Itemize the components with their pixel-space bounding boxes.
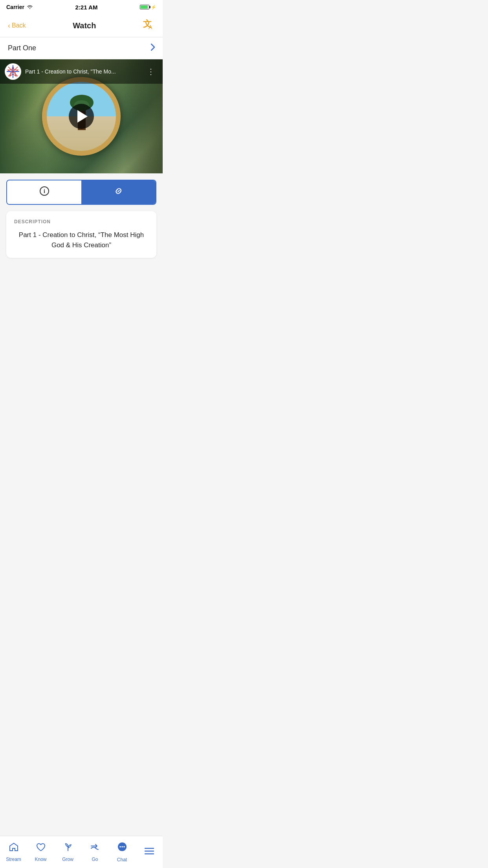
svg-text:A: A bbox=[149, 24, 152, 30]
video-menu-button[interactable]: ⋮ bbox=[144, 65, 158, 78]
page-title: Watch bbox=[73, 21, 96, 30]
video-container[interactable]: Part 1 - Creation to Christ, "The Mo... … bbox=[0, 59, 163, 173]
chevron-right-icon bbox=[151, 44, 155, 53]
battery-icon bbox=[140, 5, 149, 9]
status-bar: Carrier 2:21 AM ⚡ bbox=[0, 0, 163, 14]
time-display: 2:21 AM bbox=[75, 4, 97, 11]
link-tab-button[interactable] bbox=[81, 180, 156, 204]
carrier-text: Carrier bbox=[6, 4, 24, 10]
link-icon bbox=[114, 186, 124, 199]
part-title: Part One bbox=[8, 44, 36, 52]
description-card: DESCRIPTION Part 1 - Creation to Christ,… bbox=[6, 211, 156, 258]
video-title-display: Part 1 - Creation to Christ, "The Mo... bbox=[25, 68, 144, 75]
nav-header: ‹ Back Watch 文 A bbox=[0, 14, 163, 37]
back-button[interactable]: ‹ Back bbox=[8, 22, 26, 30]
play-icon bbox=[77, 110, 88, 123]
charging-icon: ⚡ bbox=[151, 5, 156, 10]
description-label: DESCRIPTION bbox=[14, 219, 149, 224]
back-label: Back bbox=[12, 22, 26, 29]
info-tab-button[interactable]: i bbox=[7, 180, 81, 204]
svg-text:i: i bbox=[44, 188, 45, 194]
translate-button[interactable]: 文 A bbox=[143, 19, 155, 32]
wifi-icon bbox=[27, 4, 33, 10]
tab-toggle: i bbox=[6, 180, 156, 205]
back-arrow-icon: ‹ bbox=[8, 22, 10, 30]
info-icon: i bbox=[39, 186, 50, 199]
description-text: Part 1 - Creation to Christ, “The Most H… bbox=[14, 230, 149, 250]
channel-logo bbox=[5, 63, 21, 80]
play-button[interactable] bbox=[69, 104, 94, 129]
translate-icon: 文 A bbox=[143, 21, 155, 32]
video-top-bar: Part 1 - Creation to Christ, "The Mo... … bbox=[0, 59, 163, 84]
part-header[interactable]: Part One bbox=[0, 37, 163, 59]
